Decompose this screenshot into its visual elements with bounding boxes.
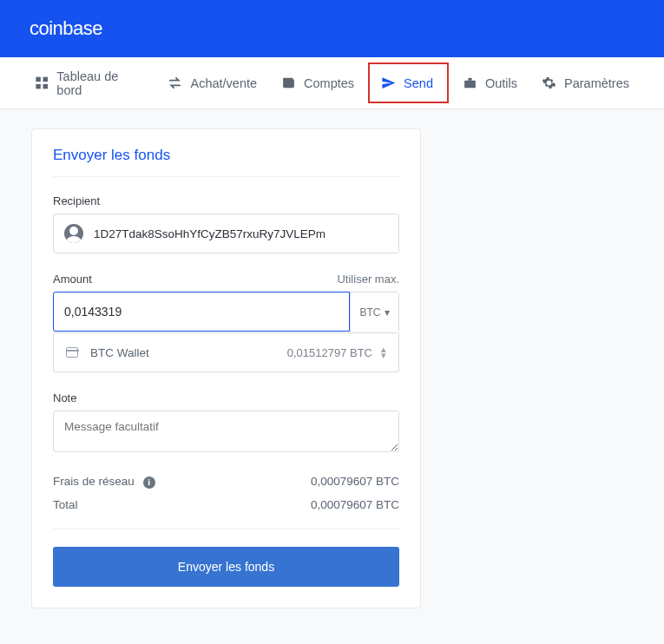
svg-rect-5 (283, 78, 293, 81)
wallet-select[interactable]: BTC Wallet 0,01512797 BTC ▴▾ (53, 333, 399, 372)
sort-icon: ▴▾ (381, 346, 386, 358)
svg-rect-3 (43, 84, 48, 89)
divider (53, 529, 399, 529)
wallet-icon (66, 347, 78, 358)
nav-label: Paramètres (564, 76, 629, 90)
send-card: Envoyer les fonds Recipient 1D27Tdak8Sso… (31, 128, 421, 608)
transfer-icon (168, 76, 182, 90)
nav-buy-sell[interactable]: Achat/vente (155, 57, 269, 109)
briefcase-icon (463, 76, 477, 90)
recipient-input[interactable]: 1D27Tdak8SsoHhYfCyZB57rxuRy7JVLEPm (53, 214, 399, 253)
recipient-label: Recipient (53, 194, 399, 207)
currency-select[interactable]: BTC ▾ (350, 292, 398, 332)
nav-label: Outils (485, 76, 517, 90)
note-label: Note (53, 391, 399, 404)
fee-label: Frais de réseau (53, 475, 135, 488)
svg-rect-2 (36, 84, 40, 89)
send-icon (381, 76, 396, 90)
total-row: Total 0,00079607 BTC (53, 498, 399, 511)
wallet-balance: 0,01512797 BTC (287, 346, 372, 359)
amount-label: Amount (53, 273, 92, 286)
nav-label: Achat/vente (190, 76, 257, 90)
nav-label: Tableau de bord (56, 69, 143, 97)
nav-send[interactable]: Send (368, 62, 449, 103)
svg-rect-1 (43, 77, 48, 82)
nav-label: Comptes (304, 76, 354, 90)
use-max-link[interactable]: Utiliser max. (337, 273, 399, 286)
total-label: Total (53, 498, 78, 511)
nav-dashboard[interactable]: Tableau de bord (23, 57, 155, 109)
nav-accounts[interactable]: Comptes (269, 57, 366, 109)
svg-rect-6 (464, 81, 476, 89)
amount-row: BTC ▾ (53, 292, 399, 333)
nav-settings[interactable]: Paramètres (529, 57, 641, 109)
total-value: 0,00079607 BTC (311, 498, 399, 511)
nav-tools[interactable]: Outils (450, 57, 529, 109)
nav-label: Send (404, 76, 433, 90)
app-header: coinbase (0, 0, 664, 57)
grid-icon (35, 76, 49, 90)
main-nav: Tableau de bord Achat/vente Comptes Send… (0, 57, 664, 109)
wallet-icon (281, 76, 296, 90)
avatar-icon (64, 224, 83, 243)
card-title: Envoyer les fonds (53, 147, 399, 177)
dropdown-icon: ▾ (385, 306, 390, 319)
svg-rect-4 (283, 79, 294, 88)
currency-value: BTC (360, 306, 381, 319)
fee-value: 0,00079607 BTC (311, 475, 399, 488)
info-icon[interactable]: i (143, 476, 155, 489)
network-fee-row: Frais de réseau i 0,00079607 BTC (53, 475, 399, 489)
amount-input[interactable] (53, 292, 350, 332)
recipient-value: 1D27Tdak8SsoHhYfCyZB57rxuRy7JVLEPm (94, 227, 325, 240)
wallet-name: BTC Wallet (90, 346, 287, 359)
submit-button[interactable]: Envoyer les fonds (53, 547, 399, 587)
svg-rect-0 (36, 77, 40, 82)
brand-logo: coinbase (30, 17, 102, 40)
gear-icon (542, 76, 556, 90)
note-input[interactable] (53, 411, 399, 452)
